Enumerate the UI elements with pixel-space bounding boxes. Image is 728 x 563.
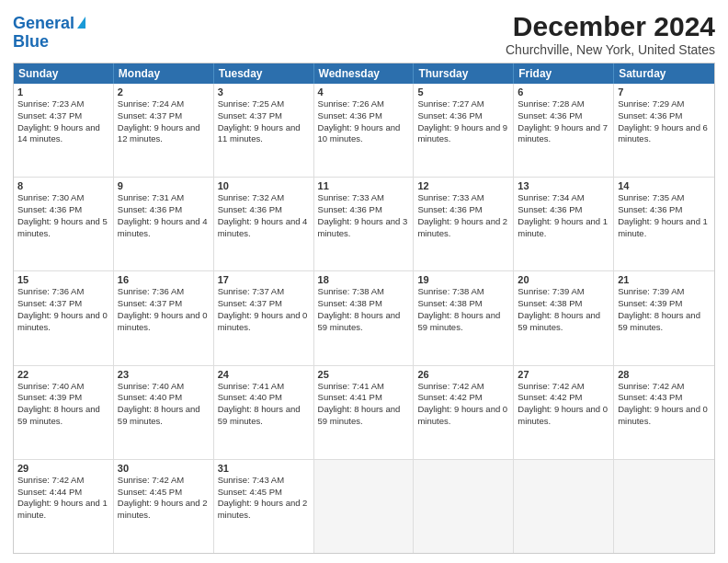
sunrise-text: Sunrise: 7:40 AM: [17, 381, 109, 393]
sunset-text: Sunset: 4:36 PM: [518, 204, 609, 216]
daylight-text: Daylight: 8 hours and 59 minutes.: [318, 404, 410, 428]
calendar-cell: 12Sunrise: 7:33 AMSunset: 4:36 PMDayligh…: [414, 178, 514, 270]
sunset-text: Sunset: 4:36 PM: [518, 110, 609, 122]
daylight-text: Daylight: 9 hours and 1 minute.: [518, 216, 609, 240]
day-number: 9: [118, 180, 210, 191]
calendar-cell: 30Sunrise: 7:42 AMSunset: 4:45 PMDayligh…: [114, 460, 214, 553]
day-number: 24: [218, 369, 310, 380]
sunset-text: Sunset: 4:43 PM: [618, 392, 711, 404]
calendar-cell: 7Sunrise: 7:29 AMSunset: 4:36 PMDaylight…: [614, 84, 714, 177]
daylight-text: Daylight: 9 hours and 1 minute.: [17, 498, 109, 522]
sunset-text: Sunset: 4:36 PM: [118, 204, 210, 216]
sunset-text: Sunset: 4:40 PM: [118, 392, 210, 404]
calendar-cell: 3Sunrise: 7:25 AMSunset: 4:37 PMDaylight…: [214, 84, 314, 177]
daylight-text: Daylight: 9 hours and 0 minutes.: [518, 404, 609, 428]
calendar-header-cell: Tuesday: [214, 63, 314, 84]
sunset-text: Sunset: 4:36 PM: [417, 204, 509, 216]
main-title: December 2024: [506, 11, 715, 42]
sunset-text: Sunset: 4:36 PM: [17, 204, 109, 216]
logo-triangle-icon: [77, 17, 85, 29]
day-number: 11: [318, 180, 410, 191]
sunrise-text: Sunrise: 7:42 AM: [518, 381, 609, 393]
calendar-cell: 19Sunrise: 7:38 AMSunset: 4:38 PMDayligh…: [414, 271, 514, 364]
calendar-cell: 21Sunrise: 7:39 AMSunset: 4:39 PMDayligh…: [614, 271, 714, 364]
day-number: 15: [17, 274, 109, 285]
sunrise-text: Sunrise: 7:29 AM: [618, 98, 711, 110]
daylight-text: Daylight: 9 hours and 0 minutes.: [17, 310, 109, 334]
sunrise-text: Sunrise: 7:42 AM: [118, 475, 210, 487]
day-number: 7: [618, 86, 711, 98]
calendar-cell: 11Sunrise: 7:33 AMSunset: 4:36 PMDayligh…: [314, 178, 415, 270]
calendar-week-row: 22Sunrise: 7:40 AMSunset: 4:39 PMDayligh…: [14, 366, 714, 460]
sunset-text: Sunset: 4:38 PM: [318, 298, 410, 310]
calendar-header-cell: Sunday: [14, 63, 114, 84]
sunset-text: Sunset: 4:39 PM: [17, 392, 109, 404]
sunset-text: Sunset: 4:44 PM: [17, 487, 109, 499]
calendar-cell: 29Sunrise: 7:42 AMSunset: 4:44 PMDayligh…: [14, 460, 114, 553]
calendar-cell: 16Sunrise: 7:36 AMSunset: 4:37 PMDayligh…: [114, 271, 214, 364]
daylight-text: Daylight: 9 hours and 10 minutes.: [318, 122, 410, 146]
sunrise-text: Sunrise: 7:36 AM: [17, 286, 109, 298]
daylight-text: Daylight: 8 hours and 59 minutes.: [118, 404, 210, 428]
calendar-cell: 25Sunrise: 7:41 AMSunset: 4:41 PMDayligh…: [314, 366, 415, 459]
calendar-cell: [514, 460, 614, 553]
calendar-cell: 9Sunrise: 7:31 AMSunset: 4:36 PMDaylight…: [114, 178, 214, 270]
daylight-text: Daylight: 8 hours and 59 minutes.: [218, 404, 310, 428]
day-number: 30: [118, 463, 210, 474]
calendar-cell: [414, 460, 514, 553]
sunrise-text: Sunrise: 7:38 AM: [417, 286, 509, 298]
calendar-header-cell: Saturday: [614, 63, 714, 84]
daylight-text: Daylight: 8 hours and 59 minutes.: [618, 310, 711, 334]
header: General Blue December 2024 Churchville, …: [13, 11, 715, 57]
calendar-cell: 27Sunrise: 7:42 AMSunset: 4:42 PMDayligh…: [514, 366, 614, 459]
calendar-header: SundayMondayTuesdayWednesdayThursdayFrid…: [14, 63, 714, 84]
sunrise-text: Sunrise: 7:31 AM: [118, 192, 210, 204]
sunrise-text: Sunrise: 7:27 AM: [417, 98, 509, 110]
sunset-text: Sunset: 4:38 PM: [417, 298, 509, 310]
sunrise-text: Sunrise: 7:34 AM: [518, 192, 609, 204]
calendar-week-row: 29Sunrise: 7:42 AMSunset: 4:44 PMDayligh…: [14, 460, 714, 553]
sunset-text: Sunset: 4:37 PM: [17, 298, 109, 310]
sunset-text: Sunset: 4:36 PM: [417, 110, 509, 122]
day-number: 19: [417, 274, 509, 285]
day-number: 31: [218, 463, 310, 474]
sunset-text: Sunset: 4:37 PM: [218, 298, 310, 310]
calendar-cell: 8Sunrise: 7:30 AMSunset: 4:36 PMDaylight…: [14, 178, 114, 270]
daylight-text: Daylight: 9 hours and 12 minutes.: [118, 122, 210, 146]
sunrise-text: Sunrise: 7:37 AM: [218, 286, 310, 298]
calendar-body: 1Sunrise: 7:23 AMSunset: 4:37 PMDaylight…: [14, 84, 714, 553]
sunset-text: Sunset: 4:36 PM: [318, 110, 410, 122]
daylight-text: Daylight: 9 hours and 1 minute.: [618, 216, 711, 240]
sunset-text: Sunset: 4:42 PM: [417, 392, 509, 404]
calendar-cell: 1Sunrise: 7:23 AMSunset: 4:37 PMDaylight…: [14, 84, 114, 177]
calendar-cell: 31Sunrise: 7:43 AMSunset: 4:45 PMDayligh…: [214, 460, 314, 553]
sunrise-text: Sunrise: 7:38 AM: [318, 286, 410, 298]
day-number: 10: [218, 180, 310, 191]
sunrise-text: Sunrise: 7:39 AM: [518, 286, 609, 298]
calendar-header-cell: Friday: [514, 63, 614, 84]
title-block: December 2024 Churchville, New York, Uni…: [506, 11, 715, 57]
calendar-header-cell: Thursday: [414, 63, 514, 84]
sunset-text: Sunset: 4:45 PM: [118, 487, 210, 499]
calendar-cell: 15Sunrise: 7:36 AMSunset: 4:37 PMDayligh…: [14, 271, 114, 364]
sunrise-text: Sunrise: 7:42 AM: [417, 381, 509, 393]
calendar-cell: 17Sunrise: 7:37 AMSunset: 4:37 PMDayligh…: [214, 271, 314, 364]
daylight-text: Daylight: 9 hours and 5 minutes.: [17, 216, 109, 240]
day-number: 8: [17, 180, 109, 191]
day-number: 12: [417, 180, 509, 191]
daylight-text: Daylight: 9 hours and 4 minutes.: [118, 216, 210, 240]
sunrise-text: Sunrise: 7:33 AM: [417, 192, 509, 204]
calendar-week-row: 15Sunrise: 7:36 AMSunset: 4:37 PMDayligh…: [14, 271, 714, 365]
sunset-text: Sunset: 4:36 PM: [618, 204, 711, 216]
logo: General Blue: [13, 15, 85, 52]
sunset-text: Sunset: 4:41 PM: [318, 392, 410, 404]
calendar-cell: 18Sunrise: 7:38 AMSunset: 4:38 PMDayligh…: [314, 271, 415, 364]
calendar-cell: 14Sunrise: 7:35 AMSunset: 4:36 PMDayligh…: [614, 178, 714, 270]
calendar-cell: 22Sunrise: 7:40 AMSunset: 4:39 PMDayligh…: [14, 366, 114, 459]
sunset-text: Sunset: 4:37 PM: [17, 110, 109, 122]
day-number: 5: [417, 86, 509, 98]
day-number: 22: [17, 369, 109, 380]
day-number: 17: [218, 274, 310, 285]
daylight-text: Daylight: 9 hours and 11 minutes.: [218, 122, 310, 146]
calendar-week-row: 1Sunrise: 7:23 AMSunset: 4:37 PMDaylight…: [14, 84, 714, 178]
